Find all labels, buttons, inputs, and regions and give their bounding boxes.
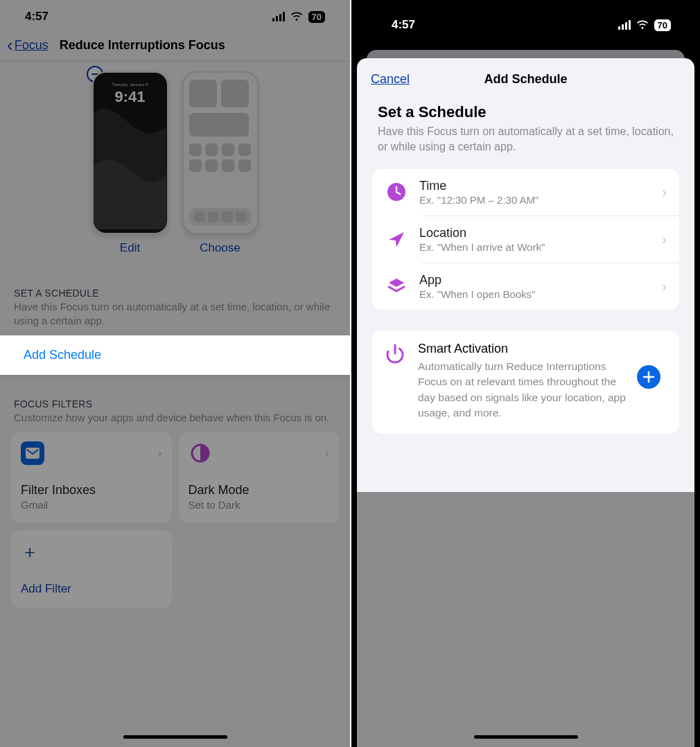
wifi-icon: [636, 20, 649, 30]
filters-header-sub: Customize how your apps and device behav…: [14, 411, 336, 425]
add-smart-activation-button[interactable]: [637, 365, 660, 389]
chevron-right-icon: ›: [158, 446, 162, 460]
lockscreen-preview[interactable]: Tuesday, January 9 9:41: [92, 71, 168, 234]
filter-subtitle: Set to Dark: [189, 499, 330, 511]
back-button[interactable]: ‹ Focus: [7, 36, 49, 54]
option-location[interactable]: Location Ex. "When I arrive at Work" ›: [372, 216, 679, 263]
smart-subtitle: Automatically turn Reduce Interruptions …: [418, 359, 626, 421]
battery-icon: 70: [308, 11, 325, 23]
option-subtitle: Ex. "When I arrive at Work": [419, 241, 651, 253]
filter-title: Filter Inboxes: [21, 483, 162, 498]
pane-add-schedule: 4:57 70 Cancel Add Schedule Set a Schedu…: [350, 0, 700, 747]
status-icons: 70: [272, 11, 325, 23]
schedule-options-list: Time Ex. "12:30 PM – 2:30 AM" › Location…: [372, 169, 679, 310]
choose-homescreen-link[interactable]: Choose: [200, 241, 240, 255]
clock-icon: [385, 180, 408, 204]
status-bar: 4:57 70: [0, 0, 350, 29]
schedule-header-sub: Have this Focus turn on automatically at…: [14, 300, 336, 328]
add-filter-label: Add Filter: [21, 582, 162, 596]
homescreen-preview[interactable]: [182, 71, 259, 234]
filter-subtitle: Gmail: [21, 499, 162, 511]
location-arrow-icon: [385, 227, 408, 251]
edit-lockscreen-link[interactable]: Edit: [120, 241, 140, 255]
schedule-section-header: SET A SCHEDULE Have this Focus turn on a…: [0, 271, 350, 328]
filters-header-label: FOCUS FILTERS: [14, 398, 336, 410]
filters-grid: › Filter Inboxes Gmail › Dark Mode Set t…: [0, 425, 350, 615]
home-indicator[interactable]: [474, 735, 578, 739]
chevron-right-icon: ›: [325, 446, 329, 460]
add-schedule-sheet: Cancel Add Schedule Set a Schedule Have …: [357, 58, 694, 747]
chevron-right-icon: ›: [662, 231, 675, 247]
customize-screens: − Tuesday, January 9 9:41 Edit Choo: [0, 62, 350, 271]
smart-title: Smart Activation: [418, 342, 626, 356]
page-title: Reduce Interruptions Focus: [60, 38, 225, 53]
option-app[interactable]: App Ex. "When I open Books" ›: [372, 263, 679, 310]
filter-card-darkmode[interactable]: › Dark Mode Set to Dark: [179, 432, 340, 523]
schedule-header-label: SET A SCHEDULE: [14, 288, 336, 299]
option-title: Time: [419, 179, 651, 193]
sheet-title: Add Schedule: [484, 72, 567, 87]
option-subtitle: Ex. "When I open Books": [419, 288, 651, 300]
nav-bar: ‹ Focus Reduce Interruptions Focus: [0, 29, 350, 62]
status-bar: 4:57 70: [351, 0, 700, 37]
option-title: Location: [419, 226, 651, 240]
chevron-right-icon: ›: [662, 279, 675, 295]
cellular-icon: [272, 12, 285, 21]
back-label: Focus: [15, 38, 49, 53]
filter-card-inboxes[interactable]: › Filter Inboxes Gmail: [11, 432, 172, 523]
status-time: 4:57: [25, 10, 49, 24]
section-title: Set a Schedule: [378, 103, 674, 121]
chevron-left-icon: ‹: [7, 36, 13, 54]
sheet-section-header: Set a Schedule Have this Focus turn on a…: [357, 99, 694, 164]
status-time: 4:57: [392, 18, 415, 32]
layers-icon: [385, 274, 408, 298]
section-subtitle: Have this Focus turn on automatically at…: [378, 124, 674, 155]
power-icon: [383, 342, 407, 365]
battery-icon: 70: [654, 19, 671, 31]
cellular-icon: [618, 20, 631, 30]
mail-app-icon: [21, 441, 44, 465]
add-filter-button[interactable]: ＋ Add Filter: [11, 530, 172, 608]
status-icons: 70: [618, 19, 671, 31]
filter-title: Dark Mode: [189, 483, 330, 498]
option-time[interactable]: Time Ex. "12:30 PM – 2:30 AM" ›: [372, 169, 679, 216]
pane-reduce-interruptions: 4:57 70 ‹ Focus Reduce Interruptions Foc…: [0, 0, 350, 747]
lockscreen-date: Tuesday, January 9: [94, 82, 167, 87]
cancel-button[interactable]: Cancel: [371, 72, 410, 87]
option-title: App: [419, 273, 651, 288]
add-schedule-button[interactable]: Add Schedule: [11, 335, 339, 375]
filters-section-header: FOCUS FILTERS Customize how your apps an…: [0, 382, 350, 425]
wifi-icon: [290, 12, 303, 21]
sheet-nav: Cancel Add Schedule: [357, 58, 694, 99]
option-subtitle: Ex. "12:30 PM – 2:30 AM": [419, 194, 651, 206]
chevron-right-icon: ›: [662, 184, 675, 200]
smart-activation-card[interactable]: Smart Activation Automatically turn Redu…: [372, 331, 679, 434]
plus-icon: ＋: [21, 540, 162, 564]
home-indicator[interactable]: [123, 735, 227, 739]
appearance-icon: [189, 441, 212, 465]
